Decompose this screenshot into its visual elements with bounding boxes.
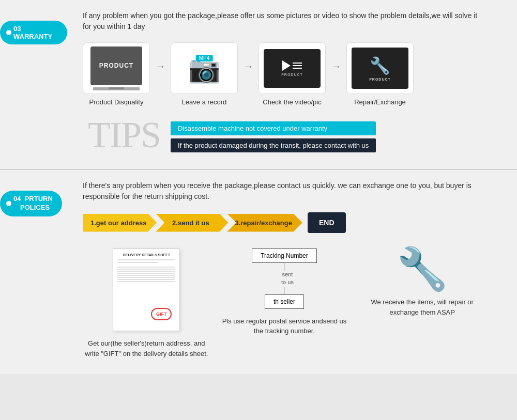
- badge-dot-2: [6, 201, 11, 206]
- tools-icon: 🔧: [397, 248, 448, 290]
- warranty-process-row: PRODUCT Product Disquality → MP4 📷 Leave…: [83, 42, 486, 106]
- video-box: PRODUCT: [264, 49, 321, 88]
- process-box-3: PRODUCT: [258, 42, 326, 94]
- seller-box: th seller: [265, 294, 304, 309]
- warranty-badge: 03 WARRANTY: [0, 21, 67, 44]
- seller-label: th seller: [273, 298, 295, 305]
- sheet-line-1: [117, 259, 175, 260]
- mp4-badge: MP4: [196, 55, 213, 61]
- gift-label: GIFT: [151, 308, 172, 320]
- step-end-label: END: [308, 212, 346, 233]
- col1-desc: Get our(the seller's)return address, and…: [83, 338, 210, 359]
- tips-boxes: Disassemble machine not covered under wa…: [171, 121, 376, 152]
- step-label-1: Product Disquality: [89, 98, 144, 106]
- col-tracking: Tracking Number sentto us th seller Pls …: [221, 248, 348, 359]
- col-repair: 🔧 We receive the items, will repair or e…: [358, 248, 486, 359]
- tracking-diagram: Tracking Number sentto us th seller: [252, 248, 317, 309]
- process-box-4: 🔧 PRODUCT: [346, 42, 414, 94]
- warranty-intro: If any problem when you got the package,…: [83, 10, 486, 32]
- warranty-inner: 03 WARRANTY If any problem when you got …: [0, 10, 517, 153]
- sheet-title: DELIVERY DETAILS SHEET: [117, 253, 175, 257]
- step-label-3: Check the video/pic: [263, 98, 321, 106]
- tips-section: TIPS Disassemble machine not covered und…: [83, 116, 486, 153]
- col-delivery: DELIVERY DETAILS SHEET GIFT: [83, 248, 210, 359]
- process-box-1: PRODUCT: [83, 42, 150, 94]
- tracking-label: Tracking Number: [261, 252, 308, 259]
- process-box-2: MP4 📷: [171, 42, 238, 94]
- tip-1: Disassemble machine not covered under wa…: [171, 121, 376, 135]
- return-steps-row: 1.get our address 2.send it us 3.repair/…: [83, 212, 486, 233]
- col3-desc: We receive the items, will repair or exc…: [358, 297, 486, 317]
- product-screen-icon: PRODUCT: [90, 46, 142, 85]
- tip-2: If the product damaged during the transi…: [171, 138, 376, 152]
- arrow-1: →: [155, 60, 165, 72]
- process-step-1: PRODUCT Product Disquality: [83, 42, 150, 106]
- return-intro: If there's any problem when you receive …: [83, 180, 486, 202]
- return-badge: 04 PRTURN POLICES: [0, 191, 62, 216]
- step2-label: 2.send it us: [156, 214, 228, 232]
- arrow-2: →: [243, 60, 253, 72]
- return-inner: 04 PRTURN POLICES If there's any problem…: [0, 180, 517, 359]
- step3-label: 3.repair/exchange: [227, 214, 302, 232]
- warranty-badge-label: 03 WARRANTY: [13, 25, 61, 40]
- return-badge-label: 04 PRTURN POLICES: [13, 195, 53, 212]
- step-label-2: Leave a record: [182, 98, 227, 106]
- col2-desc: Pls use regular postal service andsend u…: [221, 316, 348, 336]
- bottom-columns: DELIVERY DETAILS SHEET GIFT: [83, 248, 486, 359]
- return-step-3: 3.repair/exchange: [228, 214, 302, 232]
- tips-title: TIPS: [88, 116, 160, 153]
- return-step-1: 1.get our address: [83, 214, 157, 232]
- process-step-2: MP4 📷 Leave a record: [171, 42, 238, 106]
- delivery-sheet: DELIVERY DETAILS SHEET GIFT: [113, 248, 180, 331]
- warranty-section: 03 WARRANTY If any problem when you got …: [0, 0, 517, 170]
- process-step-3: PRODUCT Check the video/pic: [258, 42, 326, 106]
- tracking-number-box: Tracking Number: [252, 248, 317, 263]
- sheet-line-2: [117, 262, 158, 263]
- arrow-3: →: [331, 60, 341, 72]
- step1-label: 1.get our address: [83, 214, 157, 232]
- return-step-2: 2.send it us: [157, 214, 228, 232]
- return-section: 04 PRTURN POLICES If there's any problem…: [0, 170, 517, 374]
- process-step-4: 🔧 PRODUCT Repair/Exchange: [346, 42, 414, 106]
- badge-dot: [6, 30, 11, 35]
- step-label-4: Repair/Exchange: [354, 98, 406, 106]
